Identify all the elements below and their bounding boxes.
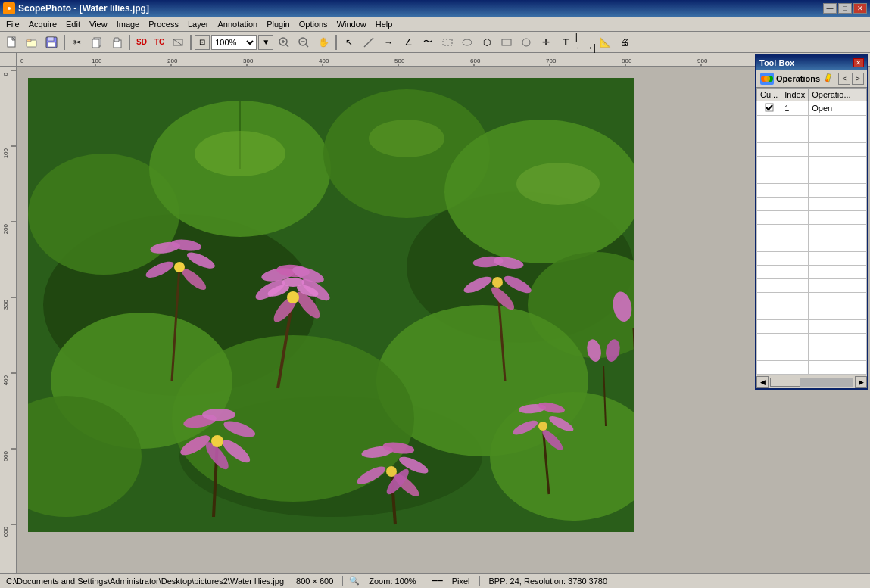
table-row <box>757 225 867 238</box>
table-row <box>757 266 867 279</box>
status-bar: C:\Documents and Settings\Administrator\… <box>0 573 870 588</box>
toolbox-close-button[interactable]: ✕ <box>853 58 864 67</box>
toolbox-ops-bar: Operations < > <box>756 70 867 88</box>
maximize-button[interactable]: □ <box>838 3 852 14</box>
col-operations: Operatio... <box>809 89 867 101</box>
zoom-select[interactable]: 100% 25% 50% 75% 150% 200% <box>211 35 257 50</box>
svg-point-88 <box>287 291 299 303</box>
line-tool[interactable] <box>360 34 378 51</box>
svg-text:300: 300 <box>243 58 254 64</box>
image-wrapper <box>17 67 870 543</box>
arrow-tool[interactable]: → <box>379 34 398 51</box>
rect-tool[interactable] <box>497 34 516 51</box>
freehand-tool[interactable]: 〜 <box>419 34 437 51</box>
svg-rect-6 <box>48 37 54 41</box>
nav-next-button[interactable]: > <box>852 73 864 85</box>
sd-button[interactable]: SD <box>133 34 150 51</box>
rect-select-tool[interactable] <box>438 34 457 51</box>
separator-2 <box>129 35 130 50</box>
svg-rect-11 <box>114 38 119 42</box>
nav-prev-button[interactable]: < <box>838 73 850 85</box>
svg-text:900: 900 <box>697 58 708 64</box>
menu-image[interactable]: Image <box>112 18 145 30</box>
svg-text:800: 800 <box>622 58 632 64</box>
menu-process[interactable]: Process <box>144 18 183 30</box>
svg-rect-26 <box>17 53 870 67</box>
svg-text:400: 400 <box>2 375 9 385</box>
minimize-button[interactable]: — <box>823 3 837 14</box>
menu-help[interactable]: Help <box>371 18 398 30</box>
col-cu: Cu... <box>757 89 781 101</box>
zoom-fit-button[interactable]: ⊡ <box>195 35 210 50</box>
svg-text:600: 600 <box>470 58 481 64</box>
menu-acquire[interactable]: Acquire <box>24 18 61 30</box>
operations-table: Cu... Index Operatio... 1 Open <box>756 88 867 375</box>
paste-button[interactable] <box>108 34 126 51</box>
menu-options[interactable]: Options <box>295 18 332 30</box>
angle-tool[interactable]: ∠ <box>399 34 417 51</box>
menu-window[interactable]: Window <box>332 18 371 30</box>
separator-4 <box>335 35 337 50</box>
scroll-right-button[interactable]: ▶ <box>855 376 867 388</box>
zoom-out-button[interactable] <box>295 34 313 51</box>
new-button[interactable] <box>3 34 21 51</box>
svg-text:0: 0 <box>20 58 24 64</box>
cut-button[interactable]: ✂ <box>68 34 86 51</box>
menu-layer[interactable]: Layer <box>183 18 214 30</box>
menu-plugin[interactable]: Plugin <box>262 18 295 30</box>
stretch-button[interactable] <box>169 34 187 51</box>
scale-tool[interactable]: |←→| <box>576 34 594 51</box>
zoom-in-button[interactable] <box>275 34 293 51</box>
menu-view[interactable]: View <box>85 18 112 30</box>
svg-text:100: 100 <box>2 148 9 158</box>
separator-3 <box>190 35 192 50</box>
print-button[interactable]: 🖨 <box>616 34 634 51</box>
row-check-1[interactable] <box>757 101 781 116</box>
svg-point-102 <box>492 277 503 288</box>
row-index-1: 1 <box>781 101 809 116</box>
circle-tool[interactable] <box>517 34 535 51</box>
table-row <box>757 347 867 361</box>
measure-tool[interactable]: 📐 <box>596 34 614 51</box>
operations-icon <box>759 72 775 86</box>
save-button[interactable] <box>42 34 61 51</box>
status-sep-2 <box>426 576 426 586</box>
scroll-track[interactable] <box>770 378 853 387</box>
open-button[interactable] <box>23 34 41 51</box>
svg-text:500: 500 <box>2 450 9 461</box>
svg-text:700: 700 <box>546 58 557 64</box>
pencil-icon[interactable] <box>822 72 837 86</box>
toolbox-panel: Tool Box ✕ Operations < > <box>755 54 868 390</box>
scroll-thumb[interactable] <box>770 378 800 387</box>
svg-point-110 <box>211 435 223 447</box>
svg-point-139 <box>764 76 770 82</box>
scroll-left-button[interactable]: ◀ <box>756 376 769 388</box>
app-icon <box>3 2 15 14</box>
table-row <box>757 293 867 306</box>
cursor-tool[interactable]: ↖ <box>340 34 358 51</box>
toolbox-scrollbar: ◀ ▶ <box>756 375 867 388</box>
svg-line-13 <box>173 39 182 45</box>
col-index: Index <box>781 89 809 101</box>
horizontal-ruler: 0 100 200 300 400 500 600 700 80 <box>17 53 870 67</box>
close-button[interactable]: ✕ <box>853 3 867 14</box>
tc-button[interactable]: TC <box>151 34 167 51</box>
text-tool[interactable]: T <box>557 34 575 51</box>
menu-file[interactable]: File <box>2 18 24 30</box>
svg-line-21 <box>364 38 373 47</box>
svg-text:400: 400 <box>319 58 329 64</box>
table-row <box>757 361 867 375</box>
hand-button[interactable]: ✋ <box>314 34 332 51</box>
menu-annotation[interactable]: Annotation <box>214 18 263 30</box>
cross-tool[interactable]: ✛ <box>537 34 555 51</box>
ruler-row: 0 100 200 300 400 500 600 700 80 <box>0 53 870 67</box>
table-row <box>757 129 867 143</box>
zoom-dropdown-button[interactable]: ▼ <box>258 35 273 50</box>
menu-edit[interactable]: Edit <box>61 18 85 30</box>
polygon-tool[interactable]: ⬡ <box>478 34 496 51</box>
status-sep-1 <box>342 576 343 586</box>
svg-text:0: 0 <box>2 72 9 76</box>
copy-button[interactable] <box>88 34 106 51</box>
ellipse-tool[interactable] <box>458 34 476 51</box>
svg-line-19 <box>306 44 309 47</box>
